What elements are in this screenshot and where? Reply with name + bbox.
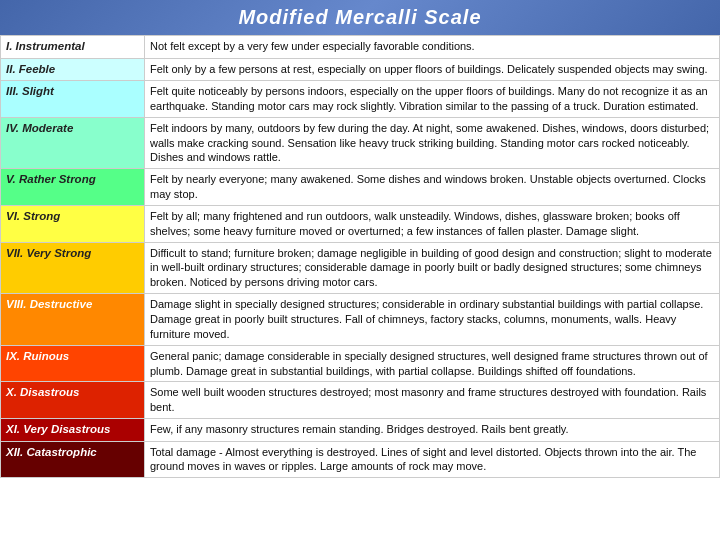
scale-label-xi: XI. Very Disastrous (1, 419, 145, 442)
table-row: XI. Very DisastrousFew, if any masonry s… (1, 419, 720, 442)
mercalli-table: I. InstrumentalNot felt except by a very… (0, 35, 720, 478)
table-row: XII. CatastrophicTotal damage - Almost e… (1, 441, 720, 478)
table-row: II. FeebleFelt only by a few persons at … (1, 58, 720, 81)
description-i: Not felt except by a very few under espe… (145, 36, 720, 59)
scale-label-v: V. Rather Strong (1, 169, 145, 206)
description-xii: Total damage - Almost everything is dest… (145, 441, 720, 478)
description-vii: Difficult to stand; furniture broken; da… (145, 242, 720, 294)
description-vi: Felt by all; many frightened and run out… (145, 205, 720, 242)
description-viii: Damage slight in specially designed stru… (145, 294, 720, 346)
table-row: I. InstrumentalNot felt except by a very… (1, 36, 720, 59)
table-row: IV. ModerateFelt indoors by many, outdoo… (1, 117, 720, 169)
description-iii: Felt quite noticeably by persons indoors… (145, 81, 720, 118)
description-iv: Felt indoors by many, outdoors by few du… (145, 117, 720, 169)
page-title: Modified Mercalli Scale (0, 0, 720, 35)
table-row: VIII. DestructiveDamage slight in specia… (1, 294, 720, 346)
table-row: IX. RuinousGeneral panic; damage conside… (1, 345, 720, 382)
scale-label-viii: VIII. Destructive (1, 294, 145, 346)
description-x: Some well built wooden structures destro… (145, 382, 720, 419)
scale-label-iii: III. Slight (1, 81, 145, 118)
scale-label-vii: VII. Very Strong (1, 242, 145, 294)
scale-label-xii: XII. Catastrophic (1, 441, 145, 478)
table-row: III. SlightFelt quite noticeably by pers… (1, 81, 720, 118)
description-ii: Felt only by a few persons at rest, espe… (145, 58, 720, 81)
scale-label-iv: IV. Moderate (1, 117, 145, 169)
description-xi: Few, if any masonry structures remain st… (145, 419, 720, 442)
scale-label-vi: VI. Strong (1, 205, 145, 242)
scale-label-x: X. Disastrous (1, 382, 145, 419)
table-row: VII. Very StrongDifficult to stand; furn… (1, 242, 720, 294)
scale-label-ii: II. Feeble (1, 58, 145, 81)
description-ix: General panic; damage considerable in sp… (145, 345, 720, 382)
description-v: Felt by nearly everyone; many awakened. … (145, 169, 720, 206)
table-row: VI. StrongFelt by all; many frightened a… (1, 205, 720, 242)
table-row: X. DisastrousSome well built wooden stru… (1, 382, 720, 419)
table-row: V. Rather StrongFelt by nearly everyone;… (1, 169, 720, 206)
scale-label-ix: IX. Ruinous (1, 345, 145, 382)
scale-label-i: I. Instrumental (1, 36, 145, 59)
